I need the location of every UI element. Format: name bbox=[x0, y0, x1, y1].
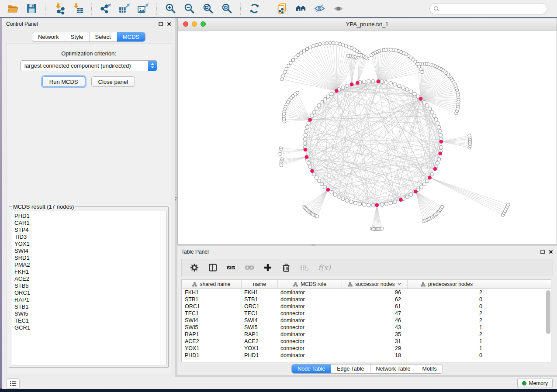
mcds-result-item[interactable]: SRD1 bbox=[14, 254, 166, 261]
cell-shared-name: ORC1 bbox=[182, 303, 241, 310]
tab-node-table[interactable]: Node Table bbox=[292, 364, 331, 373]
task-history-button[interactable] bbox=[7, 378, 20, 389]
table-row[interactable]: RAP1RAP1dominator352 bbox=[182, 331, 551, 338]
vertical-splitter-handle[interactable]: ◀▶ bbox=[174, 195, 177, 203]
mcds-result-item[interactable]: YOX1 bbox=[14, 241, 166, 248]
function-builder-button: f(x) bbox=[318, 263, 331, 272]
mcds-result-item[interactable]: STB5 bbox=[14, 282, 166, 289]
show-all-button[interactable] bbox=[330, 1, 346, 16]
mcds-result-item[interactable]: PMA2 bbox=[14, 261, 166, 268]
mcds-result-item[interactable]: SWI5 bbox=[14, 310, 166, 317]
import-network-button[interactable] bbox=[51, 1, 67, 16]
table-row[interactable]: STB1STB1dominator620 bbox=[182, 296, 551, 303]
table-row[interactable]: ACE2ACE2connector311 bbox=[182, 338, 551, 345]
column-header-name[interactable]: name bbox=[241, 280, 277, 289]
table-row[interactable]: SWI5SWI5connector431 bbox=[182, 324, 551, 331]
table-row[interactable]: ORC1ORC1dominator610 bbox=[182, 303, 551, 310]
import-table-button[interactable] bbox=[70, 1, 86, 16]
tab-motifs[interactable]: Motifs bbox=[416, 364, 442, 373]
mcds-result-item[interactable]: ORC1 bbox=[14, 289, 166, 296]
select-all-rows-button[interactable] bbox=[226, 263, 236, 272]
table-row[interactable]: TEC1TEC1connector472 bbox=[182, 310, 551, 317]
export-table-button[interactable] bbox=[116, 1, 132, 16]
float-table-panel-icon[interactable] bbox=[540, 250, 545, 254]
close-table-panel-icon[interactable] bbox=[549, 250, 553, 254]
export-image-button[interactable] bbox=[135, 1, 151, 16]
mcds-result-item[interactable]: FKH1 bbox=[14, 268, 166, 275]
deselect-all-rows-button[interactable] bbox=[245, 263, 254, 272]
table-row[interactable]: PHD1PHD1dominator180 bbox=[182, 352, 551, 359]
tab-style[interactable]: Style bbox=[65, 32, 89, 41]
table-tabbar: Node TableEdge TableNetwork TableMotifs bbox=[291, 364, 443, 374]
mcds-list-scrollbar[interactable] bbox=[160, 211, 166, 365]
table-settings-button[interactable] bbox=[190, 263, 199, 272]
criterion-select[interactable]: largest connected component (undirected) bbox=[20, 60, 157, 71]
cell-predecessor-nodes: 2 bbox=[407, 289, 486, 296]
mcds-result-item[interactable]: TID3 bbox=[14, 234, 166, 241]
column-header-empty bbox=[486, 280, 551, 289]
control-panel: Control Panel NetworkStyleSelectMCDS Opt… bbox=[2, 18, 175, 377]
table-scrollbar-thumb[interactable] bbox=[546, 290, 550, 334]
mcds-result-group: MCDS result (17 nodes) PHD1CAR1STP4TID3Y… bbox=[9, 203, 169, 368]
tab-network-table[interactable]: Network Table bbox=[370, 364, 416, 373]
run-mcds-button[interactable]: Run MCDS bbox=[42, 76, 85, 87]
refresh-layout-icon bbox=[249, 3, 260, 14]
network-canvas[interactable] bbox=[178, 31, 557, 244]
table-row[interactable]: SWI4SWI4dominator462 bbox=[182, 317, 551, 324]
window-maximize-icon[interactable] bbox=[201, 21, 206, 27]
cell-shared-name: FKH1 bbox=[182, 289, 241, 296]
zoom-fit-button[interactable] bbox=[200, 1, 216, 16]
zoom-out-button[interactable] bbox=[181, 1, 197, 16]
mcds-result-item[interactable]: TEC1 bbox=[14, 317, 166, 324]
zoom-in-button[interactable] bbox=[163, 1, 179, 16]
column-header-shared-name[interactable]: shared name bbox=[182, 280, 241, 289]
tab-network[interactable]: Network bbox=[32, 32, 65, 41]
mcds-result-item[interactable]: GCR1 bbox=[14, 324, 166, 331]
window-minimize-icon[interactable] bbox=[192, 21, 197, 27]
cell-MCDS-role: connector bbox=[277, 338, 342, 345]
column-header-successor-nodes[interactable]: successor nodes bbox=[342, 280, 407, 289]
duplicate-network-button[interactable] bbox=[274, 1, 290, 16]
search-input[interactable] bbox=[429, 3, 547, 14]
window-close-icon[interactable] bbox=[183, 21, 188, 27]
delete-column-button[interactable] bbox=[281, 263, 291, 272]
mcds-result-item[interactable]: CAR1 bbox=[14, 220, 166, 227]
tab-select[interactable]: Select bbox=[89, 32, 117, 41]
add-column-button[interactable] bbox=[263, 263, 273, 272]
float-panel-icon[interactable] bbox=[159, 22, 163, 26]
memory-button[interactable]: Memory bbox=[517, 378, 553, 388]
table-row[interactable]: FKH1FKH1dominator962 bbox=[182, 289, 551, 296]
table-toolbar: f(x) bbox=[181, 259, 553, 276]
cell-successor-nodes: 29 bbox=[342, 345, 407, 352]
mcds-result-item[interactable]: STP4 bbox=[14, 227, 166, 234]
control-panel-title: Control Panel bbox=[6, 21, 38, 27]
mcds-panel: Optimization criterion: largest connecte… bbox=[6, 43, 171, 374]
mcds-result-list[interactable]: PHD1CAR1STP4TID3YOX1SWI4SRD1PMA2FKH1ACE2… bbox=[11, 211, 166, 365]
refresh-layout-button[interactable] bbox=[246, 1, 263, 16]
open-file-button[interactable] bbox=[5, 1, 21, 16]
mcds-result-item[interactable]: RAP1 bbox=[14, 296, 166, 303]
table-row[interactable]: YOX1YOX1connector291 bbox=[182, 345, 551, 352]
mcds-result-item[interactable]: SWI4 bbox=[14, 248, 166, 254]
mcds-result-item[interactable]: STB1 bbox=[14, 303, 166, 310]
tab-edge-table[interactable]: Edge Table bbox=[331, 364, 370, 373]
export-network-icon bbox=[100, 3, 111, 14]
hide-selected-button[interactable] bbox=[311, 1, 328, 16]
zoom-out-icon bbox=[183, 3, 195, 14]
mcds-result-item[interactable]: ACE2 bbox=[14, 275, 166, 282]
cell-successor-nodes: 31 bbox=[342, 338, 407, 345]
cell-successor-nodes: 35 bbox=[342, 331, 407, 338]
tab-mcds[interactable]: MCDS bbox=[117, 32, 145, 41]
show-columns-button[interactable] bbox=[208, 263, 218, 272]
column-header-MCDS-role[interactable]: MCDS role bbox=[277, 280, 342, 289]
close-panel-icon[interactable] bbox=[167, 22, 171, 26]
close-panel-button[interactable]: Close panel bbox=[91, 76, 135, 87]
column-header-predecessor-nodes[interactable]: predecessor nodes bbox=[407, 280, 486, 289]
export-table-icon bbox=[118, 3, 130, 14]
save-session-button[interactable] bbox=[24, 1, 40, 16]
cell-shared-name: SWI4 bbox=[182, 317, 241, 324]
first-neighbors-button[interactable] bbox=[293, 1, 309, 16]
mcds-result-item[interactable]: PHD1 bbox=[14, 213, 166, 220]
export-network-button[interactable] bbox=[97, 1, 114, 16]
zoom-selected-button[interactable] bbox=[219, 1, 235, 16]
